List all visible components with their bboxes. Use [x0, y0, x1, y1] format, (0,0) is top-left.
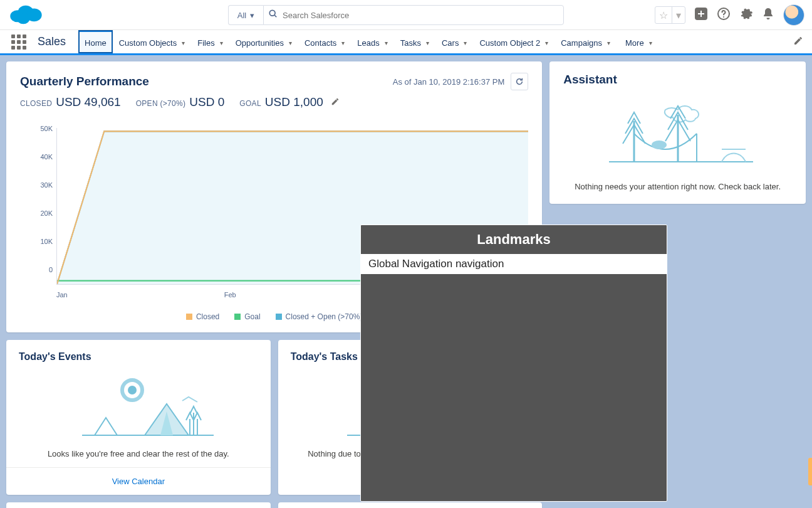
side-indicator [808, 458, 812, 485]
chevron-down-icon[interactable]: ▾ [649, 40, 652, 46]
landmarks-title: Landmarks [361, 225, 667, 254]
x-tick: Jan [56, 291, 68, 299]
search-input[interactable] [283, 11, 558, 20]
tab-opportunities[interactable]: Opportunities▾ [229, 30, 298, 53]
global-add-button[interactable] [694, 7, 708, 24]
search-box[interactable] [263, 5, 564, 25]
bell-icon[interactable] [762, 7, 774, 24]
nav-bar: Sales Home Custom Objects▾ Files▾ Opport… [0, 30, 812, 55]
chevron-down-icon[interactable]: ▾ [426, 40, 429, 46]
tab-leads[interactable]: Leads▾ [351, 30, 393, 53]
search-scope-dropdown[interactable]: All ▾ [228, 5, 263, 25]
assistant-card: Assistant Nothing needs your attention r… [549, 61, 806, 204]
open-label: OPEN (>70%) [136, 99, 186, 108]
chevron-down-icon[interactable]: ▾ [385, 40, 388, 46]
refresh-button[interactable] [511, 73, 528, 90]
header-actions: ☆ ▾ [655, 0, 804, 30]
hammock-illustration-icon [563, 93, 792, 174]
tab-more[interactable]: More▾ [619, 30, 658, 53]
view-calendar-link[interactable]: View Calendar [19, 468, 258, 495]
edit-nav-icon[interactable] [793, 36, 803, 48]
tab-home[interactable]: Home [78, 30, 113, 53]
tab-custom-object-2[interactable]: Custom Object 2▾ [473, 30, 554, 53]
chevron-down-icon[interactable]: ▾ [182, 40, 185, 46]
goal-label: GOAL [239, 99, 261, 108]
chevron-down-icon[interactable]: ▾ [289, 40, 292, 46]
user-avatar[interactable] [783, 4, 804, 26]
qp-title: Quarterly Performance [20, 75, 149, 88]
svg-point-3 [17, 13, 30, 24]
help-icon[interactable] [717, 7, 731, 24]
closed-label: CLOSED [20, 99, 52, 108]
caret-down-icon: ▾ [672, 9, 685, 21]
tab-files[interactable]: Files▾ [191, 30, 229, 53]
y-tick: 40K [40, 153, 53, 161]
caret-down-icon: ▾ [250, 11, 254, 20]
qp-asof-text: As of Jan 10, 2019 2:16:37 PM [393, 77, 505, 87]
star-icon: ☆ [655, 9, 672, 21]
events-title: Today's Events [19, 351, 258, 362]
tab-custom-objects[interactable]: Custom Objects▾ [113, 30, 191, 53]
todays-events-card: Today's Events Looks like you're fr [6, 340, 271, 495]
landmarks-dialog: Landmarks Global Navigation navigation [360, 225, 667, 502]
camping-illustration-icon [19, 366, 258, 442]
events-empty-text: Looks like you're free and clear the res… [19, 449, 258, 458]
global-search: All ▾ [228, 5, 564, 25]
gear-icon[interactable] [739, 7, 753, 24]
chevron-down-icon[interactable]: ▾ [341, 40, 345, 46]
tab-campaigns[interactable]: Campaigns▾ [554, 30, 617, 53]
tab-cars[interactable]: Cars▾ [435, 30, 473, 53]
y-tick: 20K [40, 209, 53, 217]
open-value: USD 0 [189, 95, 224, 108]
search-icon [269, 9, 278, 21]
y-tick: 30K [40, 181, 53, 189]
y-tick: 50K [40, 125, 53, 132]
goal-value: USD 1,000 [265, 95, 323, 108]
svg-point-21 [652, 140, 667, 149]
chevron-down-icon[interactable]: ▾ [607, 40, 610, 46]
chevron-down-icon[interactable]: ▾ [545, 40, 548, 46]
key-deals-card-stub [278, 502, 543, 508]
app-launcher-icon[interactable] [9, 32, 29, 52]
assistant-empty-text: Nothing needs your attention right now. … [563, 182, 792, 191]
y-tick: 0 [49, 266, 53, 273]
chevron-down-icon[interactable]: ▾ [220, 40, 223, 46]
assistant-title: Assistant [563, 73, 792, 87]
app-name: Sales [38, 35, 66, 48]
y-tick: 10K [40, 238, 53, 245]
x-tick: Feb [224, 291, 236, 299]
tab-tasks[interactable]: Tasks▾ [394, 30, 435, 53]
chevron-down-icon[interactable]: ▾ [464, 40, 467, 46]
svg-line-5 [274, 15, 277, 18]
card-stub [6, 502, 271, 508]
svg-point-12 [128, 386, 137, 394]
global-header: All ▾ ☆ ▾ [0, 0, 812, 30]
tab-contacts[interactable]: Contacts▾ [298, 30, 351, 53]
svg-point-8 [723, 16, 724, 18]
edit-goal-icon[interactable] [331, 97, 340, 108]
nav-tabs: Home Custom Objects▾ Files▾ Opportunitie… [78, 30, 658, 53]
salesforce-logo-icon [8, 2, 44, 28]
closed-value: USD 49,061 [56, 95, 121, 108]
landmarks-item[interactable]: Global Navigation navigation [361, 254, 667, 274]
favorites-button[interactable]: ☆ ▾ [655, 6, 685, 24]
